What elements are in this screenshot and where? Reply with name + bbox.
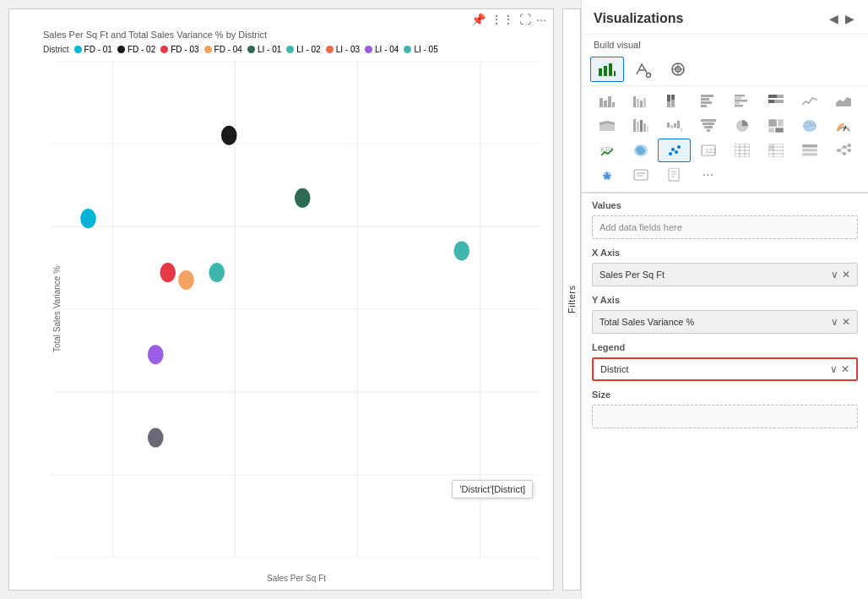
legend-dot-li01	[247, 46, 255, 53]
viz-paginated[interactable]	[658, 163, 691, 187]
svg-rect-76	[775, 128, 784, 133]
yaxis-actions: ∨ ✕	[831, 316, 850, 328]
xaxis-dropdown-icon[interactable]: ∨	[831, 269, 838, 280]
svg-rect-37	[643, 98, 646, 107]
viz-treemap[interactable]	[759, 114, 792, 138]
pin-icon[interactable]: 📌	[471, 13, 486, 26]
viz-line[interactable]	[793, 90, 826, 113]
yaxis-section: Y Axis Total Sales Variance % ∨ ✕	[592, 293, 858, 334]
svg-rect-65	[674, 123, 676, 128]
viz-stacked-area[interactable]	[590, 114, 623, 138]
legend-dot-fd02	[117, 46, 125, 53]
svg-point-104	[843, 145, 846, 149]
legend-label-fd03: FD - 03	[171, 45, 198, 54]
more-icon[interactable]: ···	[536, 13, 546, 26]
svg-rect-36	[640, 101, 643, 107]
point-li05	[453, 241, 469, 260]
visualizations-panel: Visualizations ◀ ▶ Build visual	[581, 0, 868, 599]
legend-section: Legend District ∨ ✕	[592, 340, 858, 381]
svg-rect-63	[667, 123, 670, 128]
svg-rect-100	[802, 144, 817, 148]
legend-item-fd02: FD - 02	[117, 45, 155, 54]
viz-more-options[interactable]: ···	[692, 163, 724, 187]
legend-remove-icon[interactable]: ✕	[841, 363, 849, 375]
svg-rect-73	[768, 119, 777, 127]
viz-clustered-bar[interactable]	[624, 90, 657, 113]
xaxis-value: Sales Per Sq Ft	[599, 270, 665, 280]
legend-item-li02: LI - 02	[286, 45, 320, 54]
xaxis-box[interactable]: Sales Per Sq Ft ∨ ✕	[592, 263, 858, 286]
legend-box[interactable]: District ∨ ✕	[592, 357, 858, 381]
legend-item-li03: LI - 03	[326, 45, 360, 54]
filters-tab[interactable]: Filters	[562, 8, 581, 591]
legend-item-li01: LI - 01	[247, 45, 281, 54]
viz-smart-narrative[interactable]	[624, 163, 657, 187]
xaxis-remove-icon[interactable]: ✕	[842, 269, 850, 280]
viz-slicer[interactable]	[793, 139, 826, 162]
viz-tab-paint[interactable]	[626, 57, 659, 82]
svg-point-82	[671, 148, 675, 151]
yaxis-value: Total Sales Variance %	[599, 317, 694, 327]
yaxis-remove-icon[interactable]: ✕	[842, 316, 850, 328]
viz-table[interactable]	[725, 139, 758, 162]
viz-decomp-tree[interactable]	[827, 139, 860, 162]
y-axis-label: Total Sales Variance %	[52, 266, 62, 352]
svg-rect-70	[704, 126, 713, 128]
viz-kpi[interactable]: KPI	[590, 139, 623, 162]
svg-rect-24	[614, 71, 616, 76]
size-label: Size	[592, 388, 858, 401]
svg-rect-75	[768, 128, 774, 133]
viz-stacked-bar[interactable]	[590, 90, 623, 113]
svg-rect-60	[640, 120, 643, 132]
panel-next-icon[interactable]: ▶	[844, 10, 856, 27]
legend-dot-li02	[286, 46, 294, 53]
viz-100pct-bar[interactable]	[658, 90, 691, 113]
legend-label: District	[43, 45, 69, 54]
yaxis-dropdown-icon[interactable]: ∨	[831, 316, 838, 328]
viz-map[interactable]	[793, 114, 826, 138]
viz-horizontal-bar[interactable]	[692, 90, 724, 113]
viz-tab-chart[interactable]	[590, 57, 624, 82]
viz-key-influencers[interactable]	[590, 163, 623, 187]
svg-point-25	[647, 74, 651, 78]
viz-tab-analytics[interactable]	[661, 57, 695, 82]
svg-rect-116	[669, 168, 679, 181]
svg-rect-34	[633, 96, 636, 107]
viz-scatter active[interactable]	[658, 139, 691, 162]
viz-ribbon[interactable]	[624, 114, 657, 138]
svg-point-107	[848, 149, 851, 152]
viz-filled-map[interactable]	[624, 139, 657, 162]
legend-label-li04: LI - 04	[375, 45, 399, 54]
viz-matrix[interactable]	[759, 139, 792, 162]
viz-card[interactable]: 123	[692, 139, 724, 162]
svg-rect-21	[599, 68, 602, 76]
point-fd04	[178, 270, 194, 290]
viz-waterfall[interactable]	[658, 114, 691, 138]
filter-icon[interactable]: ⋮⋮	[491, 13, 514, 26]
size-box[interactable]	[592, 405, 858, 428]
panel-prev-icon[interactable]: ◀	[827, 10, 840, 27]
viz-area[interactable]	[827, 90, 860, 113]
viz-grouped-horizontal[interactable]	[725, 90, 758, 113]
svg-rect-50	[735, 105, 743, 107]
svg-rect-48	[735, 100, 747, 102]
viz-pie[interactable]	[725, 114, 758, 138]
viz-100pct-horizontal[interactable]	[759, 90, 792, 113]
filters-tab-label: Filters	[567, 286, 577, 313]
viz-gauge[interactable]	[827, 114, 860, 138]
values-section: Values Add data fields here	[592, 199, 858, 239]
legend-label-li05: LI - 05	[414, 45, 437, 54]
svg-rect-35	[637, 99, 639, 107]
expand-icon[interactable]: ⛶	[519, 13, 531, 26]
svg-rect-39	[667, 95, 670, 101]
viz-funnel[interactable]	[692, 114, 724, 138]
svg-line-109	[840, 150, 843, 154]
values-box[interactable]: Add data fields here	[592, 215, 858, 239]
panel-nav-icons: ◀ ▶	[827, 10, 856, 27]
x-axis-label: Sales Per Sq Ft	[267, 574, 326, 583]
legend-dropdown-icon[interactable]: ∨	[830, 363, 838, 375]
yaxis-box[interactable]: Total Sales Variance % ∨ ✕	[592, 310, 858, 334]
svg-rect-31	[604, 101, 607, 107]
svg-point-103	[837, 149, 840, 152]
svg-point-106	[848, 144, 851, 147]
